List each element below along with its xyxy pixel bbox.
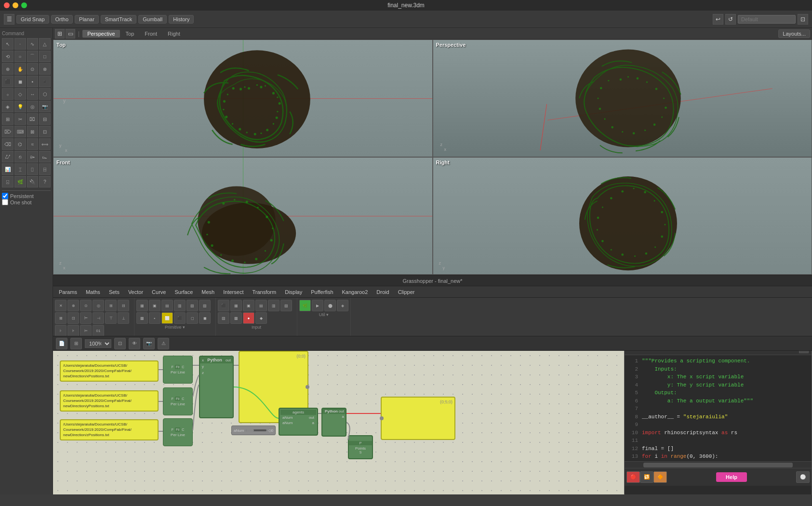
gh-tool-11[interactable]: ⊤ (105, 312, 117, 324)
gh-menu-display[interactable]: Display (281, 288, 306, 296)
gh-prim-1[interactable]: ▦ (136, 300, 148, 311)
planar-button[interactable]: Planar (75, 15, 99, 24)
curve-tool[interactable]: ∿ (27, 38, 39, 50)
pse-footer-orange-btn[interactable]: 🔶 (653, 471, 667, 483)
gh-camera-btn[interactable]: 📷 (143, 338, 155, 349)
gh-tool-14[interactable]: ⊧ (67, 325, 79, 336)
extend-tool[interactable]: ⟺ (39, 138, 51, 150)
gh-python-node-1[interactable]: x Python out y z (199, 356, 234, 418)
script-tool[interactable]: ⌺ (2, 176, 13, 187)
oneshot-checkbox[interactable]: One shot (2, 199, 51, 205)
tab-front[interactable]: Front (140, 30, 162, 38)
tab-perspective[interactable]: Perspective (82, 30, 120, 38)
gumball-button[interactable]: Gumball (138, 15, 167, 24)
ortho-button[interactable]: Ortho (51, 15, 73, 24)
rotate-tool[interactable]: ⟲ (2, 51, 13, 62)
snap-tool[interactable]: ⊗ (39, 63, 51, 75)
gh-prim-2[interactable]: ▣ (149, 300, 160, 311)
gh-menu-maths[interactable]: Maths (82, 288, 104, 296)
gh-menu-mesh[interactable]: Mesh (198, 288, 218, 296)
smarttrack-button[interactable]: SmartTrack (101, 15, 136, 24)
viewport-right[interactable]: Right (433, 157, 812, 275)
twist-tool[interactable]: ⌳ (39, 151, 51, 162)
gh-tool-4[interactable]: ◎ (93, 300, 104, 311)
pse-scrollbar[interactable] (625, 461, 812, 468)
gh-agents-node[interactable]: agents aNumout aNuma (279, 408, 318, 436)
history-button[interactable]: History (169, 15, 194, 24)
pse-footer-red-btn[interactable]: 🔴 (626, 471, 640, 483)
gh-prim-7[interactable]: ▩ (136, 312, 148, 324)
gh-prim-9[interactable]: ⬛ (174, 312, 186, 324)
orient-tool[interactable]: ⌰ (2, 151, 13, 162)
gridsnap-button[interactable]: Grid Snap (16, 15, 49, 24)
gh-tool-13[interactable]: ⊦ (55, 325, 67, 336)
zoom-tool[interactable]: ⊕ (2, 63, 13, 75)
gh-perline-node-3[interactable]: FFilC Per Line (163, 418, 193, 446)
gh-menu-surface[interactable]: Surface (171, 288, 197, 296)
poly-tool[interactable]: △ (39, 38, 51, 50)
gh-menu-kangaroo2[interactable]: Kangaroo2 (338, 288, 372, 296)
gh-inp-4[interactable]: ▤ (255, 300, 267, 311)
tab-top[interactable]: Top (121, 30, 139, 38)
pse-scroll-thumb[interactable] (643, 463, 793, 467)
dim-tool[interactable]: ↔ (27, 88, 39, 100)
join-tool[interactable]: ⊟ (39, 113, 51, 125)
gh-inp-red[interactable]: ● (243, 312, 254, 324)
match-tool[interactable]: ≈ (27, 138, 39, 150)
gh-prim-10[interactable]: ◻ (186, 312, 198, 324)
gh-prim-8[interactable]: ▪ (149, 312, 160, 324)
gh-perline-node-2[interactable]: FFilC Per Line (163, 387, 193, 415)
gh-inp-1[interactable]: ⬛ (218, 300, 229, 311)
mesh-tool[interactable]: ◼ (14, 76, 26, 87)
gh-fit-btn[interactable]: ⊡ (114, 338, 126, 349)
gh-util-4[interactable]: ◈ (337, 300, 348, 311)
pse-footer-white-btn[interactable]: ⚪ (796, 471, 810, 483)
gh-util-2[interactable]: ▶ (312, 300, 323, 311)
offset-tool[interactable]: ⌦ (2, 126, 13, 137)
gh-file-node-2[interactable]: /Users/stejaraiulia/Documents/UCSB/Cours… (60, 390, 159, 412)
redo-button[interactable]: ↺ (725, 14, 736, 25)
window-controls[interactable] (4, 2, 27, 8)
draft-tool[interactable]: ⌷ (27, 163, 39, 175)
help-tool[interactable]: ? (39, 176, 51, 187)
viewport-front[interactable]: Front (53, 157, 433, 275)
mirror-tool[interactable]: ⌨ (14, 126, 26, 137)
gh-menu-clipper[interactable]: Clipper (394, 288, 419, 296)
gh-tool-6[interactable]: ⊟ (118, 300, 129, 311)
gh-eye-btn[interactable]: 👁 (129, 338, 140, 349)
fillet-tool[interactable]: ⌫ (2, 138, 13, 150)
gh-canvas[interactable]: /Users/stejaraiulia/Documents/UCSB/Cours… (53, 351, 812, 494)
gh-inp-2[interactable]: ▦ (230, 300, 242, 311)
tab-rect-icon[interactable]: ▭ (66, 29, 75, 39)
render-tool[interactable]: ◈ (2, 101, 13, 112)
gh-util-1[interactable]: 🌿 (299, 300, 311, 311)
gh-perline-node-1[interactable]: FFilC Per Line (163, 356, 193, 384)
point-tool[interactable]: · (14, 38, 26, 50)
viewport-top[interactable]: Top x y (53, 40, 433, 157)
gh-tool-5[interactable]: ⊞ (105, 300, 117, 311)
right-panel-toggle[interactable]: ⊡ (798, 14, 808, 25)
maximize-button[interactable] (21, 2, 27, 8)
arc-tool[interactable]: ⌒ (27, 51, 39, 62)
gh-tool-9[interactable]: ⊢ (80, 312, 92, 324)
analysis-tool[interactable]: 📊 (2, 163, 13, 175)
gh-prim-11[interactable]: ◼ (199, 312, 211, 324)
sidebar-toggle[interactable]: ☰ (4, 14, 14, 25)
trim-tool[interactable]: ✂ (14, 113, 26, 125)
gh-tool-3[interactable]: ⊙ (80, 300, 92, 311)
gh-inp-6[interactable]: ▧ (280, 300, 292, 311)
close-button[interactable] (4, 2, 10, 8)
gh-inp-3[interactable]: ▣ (243, 300, 254, 311)
gh-anum-slider[interactable]: aNum ◇0 (231, 426, 276, 435)
gh-doc-btn[interactable]: 📄 (56, 338, 67, 349)
gh-menu-transform[interactable]: Transform (248, 288, 280, 296)
gh-canvas-btn[interactable]: ⊞ (70, 338, 82, 349)
gh-inp-5[interactable]: ▥ (268, 300, 280, 311)
gh-menu-curve[interactable]: Curve (148, 288, 170, 296)
gh-menu-intersect[interactable]: Intersect (219, 288, 247, 296)
transform-tool[interactable]: ◇ (14, 88, 26, 100)
gh-big-yellow-2[interactable]: (0;5;0) (381, 397, 455, 440)
minimize-button[interactable] (13, 2, 18, 8)
viewport-perspective[interactable]: Perspective (433, 40, 812, 157)
gh-tool-1[interactable]: ✕ (55, 300, 67, 311)
